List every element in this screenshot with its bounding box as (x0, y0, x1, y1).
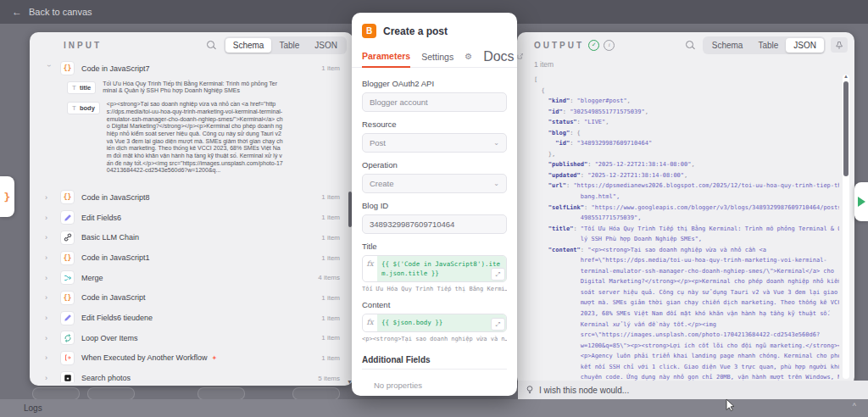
blogger-node-icon: B (362, 24, 376, 38)
back-to-canvas-link[interactable]: Back to canvas (29, 7, 92, 17)
input-list-item[interactable]: ›Loop Over Items1 item (33, 328, 347, 348)
search-icon[interactable] (207, 41, 215, 49)
input-list-item[interactable]: ›{}Code in JavaScript1 item (33, 288, 347, 309)
output-scrollbar-thumb[interactable] (843, 81, 849, 176)
pin-data-button[interactable] (831, 37, 848, 53)
json-line: "content": "<p><strong>Tại sao doanh ngh… (534, 245, 839, 256)
string-type-icon: T (72, 104, 76, 112)
input-list-item[interactable]: ›{}Code in JavaScript11 item (33, 247, 347, 268)
docs-link[interactable]: Docs (483, 49, 522, 64)
json-line: <p>Agency luôn phải triển khai landing p… (534, 351, 839, 362)
field-key: body (80, 104, 95, 112)
fx-icon: fx (363, 314, 377, 331)
input-list-item[interactable]: ›Edit Fields61 item (33, 208, 347, 228)
chevron-right-icon[interactable]: › (45, 353, 53, 362)
chain-icon (60, 231, 75, 245)
search-icon[interactable] (686, 41, 694, 49)
tab-input-table[interactable]: Table (271, 38, 307, 53)
input-list-item[interactable]: ›{}Code in JavaScript71 item (33, 58, 347, 79)
field-value: Tối Ưu Hóa Quy Trình Tiếp thị Bằng Kermi… (103, 81, 279, 95)
schema-field-row[interactable]: Tbody<p><strong>Tại sao doanh nghiệp vừa… (67, 101, 347, 175)
credential-select[interactable]: Blogger account (362, 92, 507, 112)
chevron-right-icon[interactable]: › (45, 314, 53, 322)
json-line: soát server hiệu quả. Công cụ này sử dụn… (534, 287, 839, 298)
blog-id-value: 3489329987609710464 (370, 220, 454, 229)
input-list-item[interactable]: ›Edit Fields6 tieudene1 item (33, 308, 347, 328)
tab-output-schema[interactable]: Schema (704, 38, 751, 53)
node-settings-modal: B Create a post Parameters Settings ⚙ Do… (352, 13, 517, 396)
chevron-right-icon[interactable]: › (45, 293, 53, 302)
input-list-item[interactable]: ›{}Code in JavaScript81 item (33, 187, 347, 208)
input-list-item[interactable]: ›Merge4 items (33, 268, 347, 288)
json-line: "id": "3489329987609710464" (534, 138, 839, 149)
tab-input-schema[interactable]: Schema (225, 38, 272, 53)
json-line: }, (534, 149, 839, 160)
input-list-item[interactable]: ›Basic LLM Chain1 item (33, 228, 347, 248)
json-line: "published": "2025-12-22T21:38:14-08:00"… (534, 159, 839, 170)
tab-output-json[interactable]: JSON (786, 38, 824, 53)
operation-value: Create (370, 179, 394, 188)
json-line: mượt mà. SMEs giảm thời gian chạy chiến … (534, 297, 839, 309)
tab-output-table[interactable]: Table (750, 38, 786, 53)
item-count: 1 item (321, 354, 347, 362)
code-icon: {} (60, 291, 75, 305)
chevron-right-icon[interactable]: › (45, 233, 53, 242)
json-line: w=1200&q=85\"><p><strong>Lợi ích cốt lõi… (534, 341, 839, 352)
json-line: "kind": "blogger#post", (534, 96, 839, 107)
tab-input-json[interactable]: JSON (307, 38, 345, 53)
chevron-up-icon[interactable]: ^ (853, 402, 856, 410)
chevron-right-icon[interactable]: › (45, 253, 53, 262)
credential-value: Blogger account (370, 97, 428, 107)
canvas-ghost-button (198, 387, 245, 400)
title-label: Title (362, 242, 507, 251)
chevron-right-icon[interactable]: › (45, 274, 53, 282)
back-arrow-icon[interactable]: ← (12, 6, 22, 18)
chevron-right-icon[interactable]: › (45, 214, 53, 222)
scroll-up-icon[interactable]: ▲ (843, 74, 849, 79)
json-line: kết nối SSH chỉ với 1 click. Giao diện V… (534, 362, 839, 373)
chevron-right-icon[interactable]: › (45, 334, 53, 342)
json-line: Kerminal xử lý vấn đề này tốt.</p><img (534, 320, 839, 331)
node-feedback-bar[interactable]: I wish this node would... (518, 381, 868, 399)
open-expression-editor-icon[interactable]: ⤢ (491, 268, 505, 281)
json-line: 2023, 68% SMEs Việt Nam đối mặt khó khăn… (534, 309, 839, 320)
schema-field-row[interactable]: TtitleTối Ưu Hóa Quy Trình Tiếp thị Bằng… (67, 81, 347, 95)
chevron-right-icon[interactable]: › (45, 193, 53, 202)
input-list-item[interactable]: ›Search photos5 items (33, 368, 347, 382)
json-line: src=\"https://images.unsplash.com/photo-… (534, 330, 839, 341)
title-expression-value[interactable]: {{ $('Code in JavaScript8').item.json.ti… (377, 256, 506, 281)
input-list-item[interactable]: ›When Executed by Another Workflow✦1 ite… (33, 348, 347, 369)
open-expression-editor-icon[interactable]: ⤢ (491, 318, 505, 331)
node-name: Loop Over Items (81, 334, 138, 342)
chevron-down-icon[interactable]: › (45, 64, 53, 73)
operation-select[interactable]: Create ⌄ (362, 174, 507, 193)
tab-parameters[interactable]: Parameters (362, 45, 410, 68)
resource-value: Post (370, 138, 386, 147)
content-expression-field[interactable]: fx {{ $json.body }} ⤢ (362, 314, 507, 332)
item-count: 1 item (321, 334, 347, 342)
gear-icon[interactable]: ⚙ (465, 52, 472, 61)
input-view-tabs: SchemaTableJSON (224, 36, 347, 54)
credential-label: Blogger OAuth2 API (362, 79, 507, 88)
field-key-pill[interactable]: Ttitle (67, 81, 96, 94)
node-name: Code in JavaScript8 (81, 193, 150, 202)
title-expression-field[interactable]: fx {{ $('Code in JavaScript8').item.json… (362, 255, 507, 282)
json-line: bang.html", (534, 192, 839, 203)
docs-label: Docs (483, 49, 514, 64)
output-panel: OUTPUT ✓ i SchemaTableJSON 1 item [ { "k… (517, 32, 854, 386)
resource-label: Resource (362, 120, 507, 129)
blog-id-input[interactable]: 3489329987609710464 (362, 214, 507, 234)
json-line: { (534, 86, 839, 97)
photo-icon (60, 371, 75, 382)
content-expression-value[interactable]: {{ $json.body }} (377, 314, 506, 331)
chevron-right-icon[interactable]: › (45, 374, 53, 382)
json-line: terminal-emulator-ssh-manager-cho-doanh-… (534, 266, 839, 277)
info-icon[interactable]: i (604, 40, 615, 51)
output-panel-toggle[interactable] (854, 182, 868, 221)
input-panel-toggle[interactable]: } (0, 176, 14, 217)
tab-settings[interactable]: Settings (421, 52, 453, 62)
field-key-pill[interactable]: Tbody (67, 102, 100, 114)
code-icon: {} (60, 61, 75, 75)
resource-select[interactable]: Post ⌄ (362, 133, 507, 153)
logs-bar[interactable]: Logs ^ (0, 399, 868, 417)
